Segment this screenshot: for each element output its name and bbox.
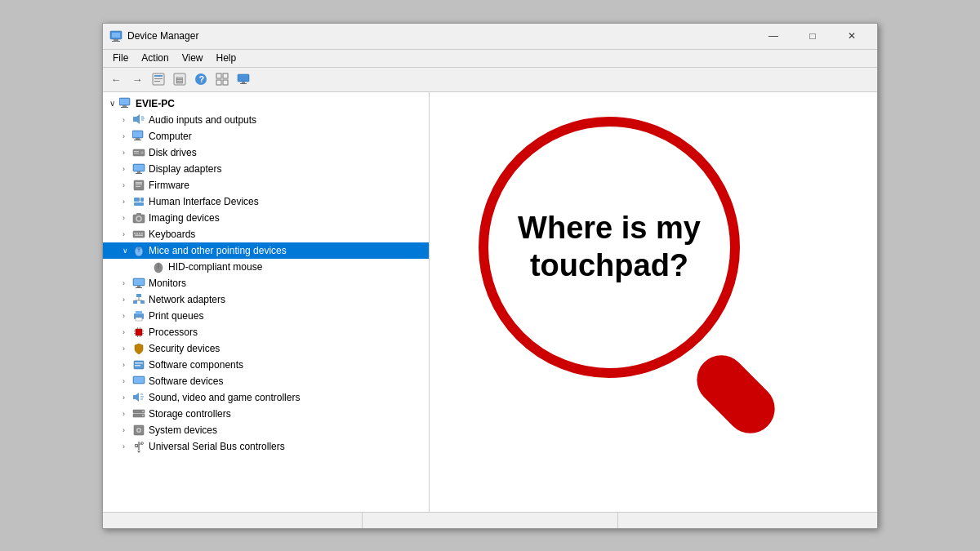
menu-view[interactable]: View — [176, 51, 210, 65]
svg-rect-81 — [140, 327, 140, 329]
svg-rect-35 — [134, 153, 139, 153]
display-icon — [132, 162, 145, 176]
computer-tree-icon — [132, 130, 145, 143]
sw-comp-label: Software components — [149, 359, 243, 371]
tree-network[interactable]: › Network adapters — [103, 291, 429, 308]
menu-action[interactable]: Action — [135, 51, 175, 65]
tree-print[interactable]: › Print queues — [103, 308, 429, 324]
svg-rect-73 — [136, 311, 142, 314]
tree-monitors[interactable]: › Monitors — [103, 275, 429, 291]
svg-rect-34 — [134, 151, 139, 152]
disk-icon — [132, 146, 145, 159]
firmware-icon — [132, 179, 145, 192]
magnifier: Where is my touchpad? — [479, 117, 789, 427]
firmware-arrow: › — [122, 181, 132, 189]
monitors-label: Monitors — [149, 278, 186, 289]
svg-rect-86 — [135, 365, 140, 367]
display-arrow: › — [122, 165, 132, 173]
tree-software-components[interactable]: › Software components — [103, 357, 429, 373]
svg-rect-44 — [134, 198, 140, 202]
tree-software-devices[interactable]: › Software devices — [103, 373, 429, 389]
imaging-icon — [132, 211, 145, 224]
svg-rect-52 — [136, 233, 138, 234]
tree-root[interactable]: ∨ EVIE-PC — [103, 96, 429, 112]
tree-security[interactable]: › Security devices — [103, 340, 429, 357]
tree-firmware[interactable]: › Firmware — [103, 177, 429, 193]
svg-rect-80 — [137, 327, 138, 329]
tree-usb[interactable]: › Universal Serial Bus controllers — [103, 438, 429, 455]
title-bar: Device Manager — □ ✕ — [103, 24, 877, 50]
tree-storage[interactable]: › Storage controllers — [103, 406, 429, 422]
monitors-arrow: › — [122, 279, 132, 287]
toolbar: ← → ▤ ? — [103, 68, 877, 92]
audio-label: Audio inputs and outputs — [149, 114, 256, 126]
menu-help[interactable]: Help — [210, 51, 243, 65]
hid-label: Human Interface Devices — [149, 196, 259, 207]
svg-rect-39 — [136, 173, 142, 174]
svg-rect-21 — [122, 105, 127, 107]
storage-icon — [132, 407, 145, 420]
svg-point-100 — [138, 429, 140, 431]
svg-rect-38 — [137, 171, 140, 173]
close-button[interactable]: ✕ — [833, 24, 871, 48]
processor-icon — [132, 326, 145, 339]
print-icon — [132, 309, 145, 322]
tree-hid-mouse[interactable]: HID-compliant mouse — [103, 259, 429, 275]
monitor-button[interactable] — [234, 69, 253, 89]
usb-icon — [132, 440, 145, 453]
svg-rect-14 — [216, 80, 221, 85]
tree-keyboard[interactable]: › Keyboards — [103, 226, 429, 242]
svg-marker-90 — [136, 393, 139, 402]
svg-rect-65 — [136, 287, 142, 288]
properties-button[interactable] — [149, 69, 168, 89]
svg-rect-41 — [136, 182, 142, 184]
network-arrow: › — [122, 295, 132, 304]
svg-rect-42 — [136, 184, 142, 185]
svg-rect-49 — [136, 213, 141, 216]
help-button[interactable]: ? — [191, 69, 211, 89]
svg-rect-3 — [112, 41, 120, 42]
mice-arrow: ∨ — [122, 247, 132, 255]
processor-label: Processors — [149, 327, 198, 338]
forward-button[interactable]: → — [127, 69, 147, 89]
back-button[interactable]: ← — [106, 69, 126, 89]
tree-processor[interactable]: › Processors — [103, 324, 429, 340]
device-tree[interactable]: ∨ EVIE-PC › Audio inputs and outputs › — [103, 92, 430, 512]
tree-mice[interactable]: ∨ Mice and other pointing devices — [103, 242, 429, 259]
svg-point-97 — [142, 415, 144, 416]
tree-imaging[interactable]: › Imaging devices — [103, 210, 429, 226]
system-label: System devices — [149, 424, 217, 436]
tree-display[interactable]: › Display adapters — [103, 161, 429, 177]
root-label: EVIE-PC — [136, 98, 175, 109]
disk-arrow: › — [122, 149, 132, 157]
tree-hid[interactable]: › Human Interface Devices — [103, 193, 429, 210]
svg-rect-54 — [141, 233, 143, 234]
hid-mouse-icon — [152, 260, 165, 273]
minimize-button[interactable]: — — [755, 24, 792, 48]
svg-rect-17 — [242, 82, 245, 83]
menu-file[interactable]: File — [106, 51, 135, 65]
imaging-arrow: › — [122, 214, 132, 222]
update-driver-button[interactable]: ▤ — [170, 69, 189, 89]
grid-button[interactable] — [212, 69, 232, 89]
processor-arrow: › — [122, 328, 132, 336]
computer-label: Computer — [149, 131, 192, 142]
hid-icon — [132, 195, 145, 208]
svg-rect-18 — [240, 83, 247, 84]
status-segment-2 — [363, 513, 619, 528]
svg-rect-89 — [133, 395, 136, 399]
svg-rect-63 — [134, 279, 144, 285]
svg-rect-83 — [140, 335, 140, 337]
svg-rect-51 — [134, 233, 136, 234]
tree-system[interactable]: › System devices — [103, 422, 429, 438]
svg-point-33 — [140, 151, 144, 154]
usb-arrow: › — [122, 442, 132, 451]
tree-sound[interactable]: › Sound, video and game controllers — [103, 389, 429, 406]
imaging-label: Imaging devices — [149, 212, 220, 224]
tree-computer[interactable]: › Computer — [103, 128, 429, 144]
tree-audio[interactable]: › Audio inputs and outputs — [103, 112, 429, 128]
display-label: Display adapters — [149, 163, 221, 175]
tree-disk[interactable]: › Disk drives — [103, 144, 429, 161]
svg-rect-1 — [112, 33, 120, 38]
maximize-button[interactable]: □ — [794, 24, 831, 48]
